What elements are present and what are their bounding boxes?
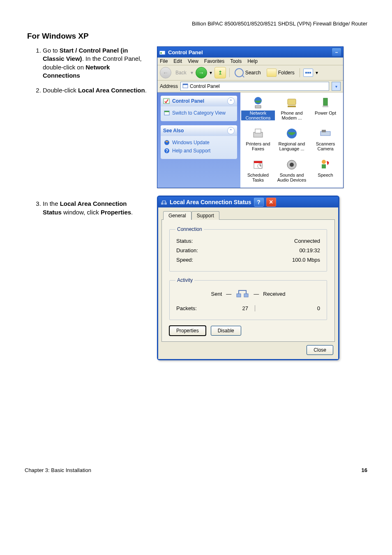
- status-dialog: Local Area Connection Status ? × General…: [157, 196, 339, 360]
- svg-rect-14: [288, 106, 296, 107]
- received-label: Received: [263, 291, 285, 297]
- item-regional[interactable]: Regional and Language ...: [275, 126, 309, 154]
- window-title: Control Panel: [168, 49, 203, 55]
- status-value: Connected: [294, 238, 320, 244]
- address-bar: Address ▾: [157, 81, 343, 92]
- packets-received: 0: [317, 305, 320, 311]
- folders-button[interactable]: Folders: [265, 68, 296, 78]
- menubar: File Edit View Favorites Tools Help: [157, 58, 343, 65]
- svg-rect-16: [323, 106, 328, 107]
- menu-view[interactable]: View: [188, 58, 198, 64]
- printer-icon: [251, 127, 265, 140]
- svg-text:?: ?: [166, 149, 168, 153]
- item-scheduled[interactable]: Scheduled Tasks: [241, 157, 275, 185]
- address-go-button[interactable]: ▾: [332, 82, 341, 91]
- collapse-icon[interactable]: ⌃: [227, 127, 235, 134]
- svg-rect-12: [255, 106, 261, 108]
- dialog-titlebar[interactable]: Local Area Connection Status ? ×: [158, 197, 338, 207]
- item-printers[interactable]: Printers and Faxes: [241, 126, 275, 154]
- duration-value: 00:19:32: [299, 247, 320, 253]
- windows-update-link[interactable]: Windows Update: [164, 138, 234, 147]
- speech-icon: [318, 158, 332, 172]
- power-icon: [318, 96, 332, 110]
- globe-icon: [285, 127, 299, 140]
- item-phone-modem[interactable]: Phone and Modem ...: [275, 95, 309, 123]
- activity-group: Activity Sent — — Received: [169, 277, 327, 320]
- network-icon: [251, 96, 265, 110]
- item-speech[interactable]: Speech: [309, 157, 342, 185]
- help-icon: ?: [164, 148, 170, 154]
- tab-support[interactable]: Support: [191, 211, 219, 220]
- address-icon: [182, 83, 188, 89]
- svg-point-2: [160, 52, 162, 54]
- disable-button[interactable]: Disable: [211, 326, 241, 336]
- svg-point-26: [290, 163, 294, 167]
- svg-rect-18: [255, 129, 261, 133]
- toolbar: ← Back ▾ → ▾ ↥ Search Folders: [157, 65, 343, 81]
- svg-rect-28: [322, 164, 326, 168]
- collapse-icon[interactable]: ⌃: [227, 97, 235, 105]
- menu-favorites[interactable]: Favorites: [204, 58, 224, 64]
- svg-rect-1: [159, 50, 165, 51]
- task-pane: Control Panel ⌃ Switch to Category View: [157, 92, 240, 188]
- packets-label: Packets:: [176, 305, 197, 311]
- globe-icon: [164, 140, 170, 145]
- page-header: Billion BiPAC 8500/8501/8520/8521 SHDSL …: [25, 21, 367, 27]
- help-support-link[interactable]: ? Help and Support: [164, 147, 234, 155]
- section-title: For Windows XP: [27, 32, 367, 41]
- tab-general[interactable]: General: [163, 211, 191, 220]
- calendar-icon: [251, 158, 265, 172]
- menu-help[interactable]: Help: [247, 58, 258, 64]
- connection-legend: Connection: [175, 226, 204, 232]
- address-label: Address: [160, 83, 178, 89]
- titlebar[interactable]: Control Panel –: [157, 47, 343, 58]
- switch-view-link[interactable]: Switch to Category View: [164, 109, 234, 117]
- menu-tools[interactable]: Tools: [230, 58, 242, 64]
- search-button[interactable]: Search: [233, 67, 263, 78]
- activity-legend: Activity: [175, 277, 194, 283]
- address-input[interactable]: [180, 82, 329, 91]
- item-sounds[interactable]: Sounds and Audio Devices: [275, 157, 309, 185]
- activity-icon: [235, 288, 249, 299]
- help-button[interactable]: ?: [254, 198, 264, 207]
- svg-rect-23: [254, 161, 262, 163]
- svg-point-8: [164, 140, 169, 145]
- svg-rect-30: [164, 203, 167, 205]
- scanner-icon: [318, 127, 332, 140]
- close-dialog-button[interactable]: Close: [307, 345, 333, 355]
- speed-label: Speed:: [176, 257, 193, 263]
- panel-header-icon: [163, 98, 170, 104]
- menu-edit[interactable]: Edit: [173, 58, 182, 64]
- panel-control-header[interactable]: Control Panel ⌃: [161, 96, 237, 106]
- panel-seealso-header[interactable]: See Also ⌃: [161, 125, 237, 136]
- control-panel-window: Control Panel – File Edit View Favorites…: [157, 46, 344, 188]
- properties-button[interactable]: Properties: [169, 326, 206, 336]
- close-button[interactable]: ×: [266, 198, 276, 207]
- minimize-button[interactable]: –: [332, 48, 341, 57]
- page-number: 16: [362, 467, 367, 473]
- back-label: Back: [174, 69, 188, 76]
- svg-rect-21: [322, 130, 326, 132]
- step-3: In the Local Area Connection Status wind…: [43, 200, 147, 216]
- forward-button[interactable]: →: [196, 67, 207, 78]
- step-2: Double-click Local Area Connection.: [43, 86, 147, 94]
- speed-value: 100.0 Mbps: [292, 257, 320, 263]
- up-button[interactable]: ↥: [214, 67, 226, 78]
- sent-label: Sent: [211, 291, 222, 297]
- icon-grid: Network Connections Phone and Modem ... …: [240, 92, 343, 188]
- menu-file[interactable]: File: [160, 58, 168, 64]
- connection-group: Connection Status:Connected Duration:00:…: [169, 226, 327, 272]
- footer-chapter: Chapter 3: Basic Installation: [25, 467, 91, 473]
- phone-icon: [285, 96, 299, 110]
- item-scanners[interactable]: Scanners Camera: [309, 126, 342, 154]
- lan-status-icon: [161, 199, 167, 205]
- views-button[interactable]: [303, 69, 313, 77]
- back-button: ←: [160, 67, 171, 78]
- control-panel-icon: [159, 49, 166, 55]
- svg-rect-7: [164, 111, 169, 112]
- svg-rect-29: [161, 203, 164, 205]
- svg-rect-15: [323, 98, 327, 106]
- item-network-connections[interactable]: Network Connections: [241, 95, 275, 123]
- svg-rect-31: [237, 294, 241, 297]
- item-power-options[interactable]: Power Opt: [309, 95, 342, 123]
